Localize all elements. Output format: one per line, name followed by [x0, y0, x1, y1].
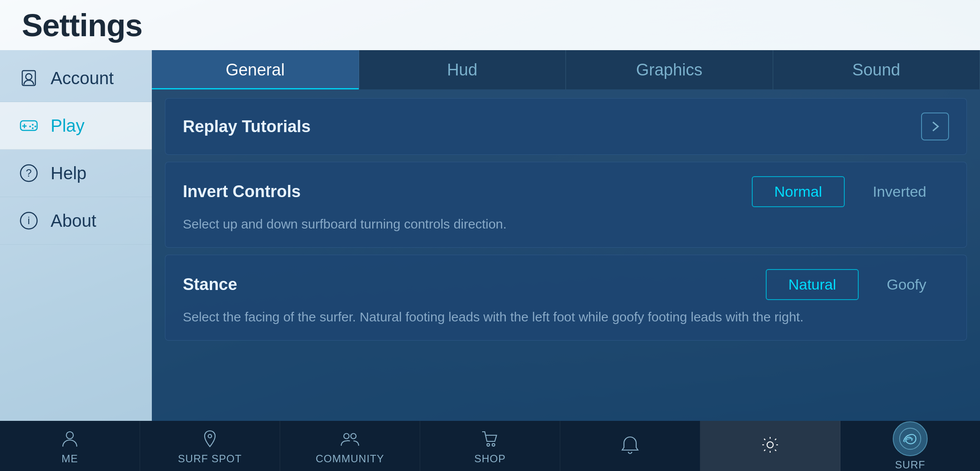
nav-item-notifications[interactable]: [560, 421, 700, 471]
gear-icon: [759, 433, 781, 456]
bell-icon: [619, 433, 641, 456]
tab-general[interactable]: General: [152, 50, 359, 89]
svg-point-16: [351, 433, 356, 439]
person-nav-icon: [58, 427, 81, 450]
svg-point-14: [208, 434, 212, 438]
tabs-container: General Hud Graphics Sound: [152, 50, 980, 89]
svg-point-13: [66, 432, 73, 439]
invert-controls-title: Invert Controls: [183, 182, 301, 201]
stance-title: Stance: [183, 275, 237, 294]
nav-community-label: COMMUNITY: [316, 453, 384, 465]
stance-toggle: Natural Goofy: [766, 269, 949, 300]
page-title: Settings: [22, 7, 142, 43]
nav-me-label: ME: [62, 453, 78, 465]
nav-item-surf-spot[interactable]: SURF SPOT: [140, 421, 280, 471]
header: Settings: [0, 0, 980, 50]
sidebar: Account Play ? Help: [0, 50, 152, 421]
invert-inverted-button[interactable]: Inverted: [850, 176, 949, 207]
stance-desc: Select the facing of the surfer. Natural…: [183, 308, 949, 326]
stance-card: Stance Natural Goofy Select the facing o…: [165, 255, 967, 341]
sidebar-about-label: About: [51, 211, 96, 231]
nav-item-community[interactable]: COMMUNITY: [280, 421, 420, 471]
sidebar-account-label: Account: [51, 68, 114, 88]
sidebar-item-account[interactable]: Account: [0, 55, 152, 102]
cart-icon: [479, 427, 501, 450]
svg-point-18: [492, 444, 495, 446]
bottom-nav: ME SURF SPOT COMMUNITY: [0, 421, 980, 471]
nav-surf-spot-label: SURF SPOT: [178, 453, 242, 465]
tab-graphics[interactable]: Graphics: [566, 50, 773, 89]
svg-point-1: [26, 74, 32, 80]
nav-surf-label: SURF: [895, 459, 925, 471]
tab-sound[interactable]: Sound: [773, 50, 980, 89]
svg-text:i: i: [27, 215, 30, 226]
nav-shop-label: SHOP: [474, 453, 506, 465]
replay-tutorials-button[interactable]: [921, 113, 949, 140]
sidebar-item-about[interactable]: i About: [0, 197, 152, 245]
invert-controls-toggle: Normal Inverted: [752, 176, 949, 207]
help-icon: ?: [17, 162, 40, 184]
main-content: General Hud Graphics Sound Replay Tutori…: [152, 50, 980, 421]
nav-item-me[interactable]: ME: [0, 421, 140, 471]
person-icon: [17, 67, 40, 89]
pin-icon: [199, 427, 221, 450]
svg-point-19: [767, 442, 773, 448]
nav-item-surf[interactable]: SURF: [840, 421, 980, 471]
sidebar-item-help[interactable]: ? Help: [0, 150, 152, 197]
community-icon: [339, 427, 361, 450]
invert-normal-button[interactable]: Normal: [752, 176, 845, 207]
stance-goofy-button[interactable]: Goofy: [864, 269, 949, 300]
svg-point-15: [344, 433, 349, 439]
settings-content: Replay Tutorials Invert Controls Normal …: [152, 89, 980, 421]
sidebar-item-play[interactable]: Play: [0, 102, 152, 150]
svg-text:?: ?: [26, 167, 31, 179]
svg-point-17: [487, 444, 490, 446]
svg-point-7: [32, 127, 34, 129]
svg-point-6: [34, 126, 36, 127]
replay-tutorials-title: Replay Tutorials: [183, 117, 311, 136]
invert-controls-card: Invert Controls Normal Inverted Select u…: [165, 162, 967, 248]
info-icon: i: [17, 209, 40, 232]
nav-item-shop[interactable]: SHOP: [420, 421, 560, 471]
sidebar-help-label: Help: [51, 164, 86, 183]
tab-hud[interactable]: Hud: [359, 50, 566, 89]
sidebar-play-label: Play: [51, 116, 85, 136]
nav-item-settings[interactable]: [700, 421, 840, 471]
gamepad-icon: [17, 114, 40, 137]
svg-point-5: [32, 124, 34, 126]
stance-natural-button[interactable]: Natural: [766, 269, 859, 300]
invert-controls-desc: Select up and down surfboard turning con…: [183, 215, 949, 233]
svg-point-8: [29, 126, 31, 127]
replay-tutorials-card: Replay Tutorials: [165, 98, 967, 155]
surf-brand-icon: [893, 421, 928, 456]
